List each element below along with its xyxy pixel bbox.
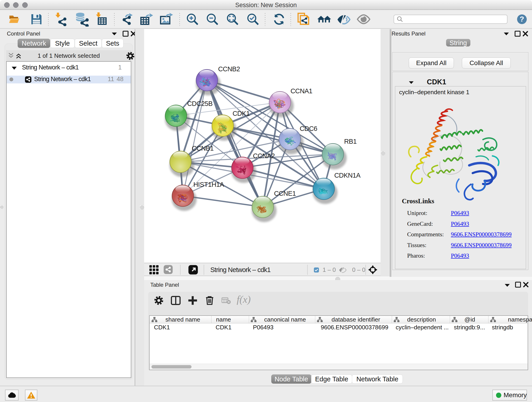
svg-text:CDKN1A: CDKN1A — [334, 172, 361, 179]
svg-text:CDC6: CDC6 — [300, 125, 317, 132]
svg-text:CCNB1: CCNB1 — [192, 145, 214, 152]
svg-text:?: ? — [520, 15, 524, 23]
svg-text:RB1: RB1 — [344, 138, 357, 145]
svg-text:CCNA2: CCNA2 — [253, 152, 275, 160]
svg-text:CCNB2: CCNB2 — [218, 65, 240, 73]
svg-text:CCNE1: CCNE1 — [274, 190, 296, 197]
svg-text:CDK1: CDK1 — [233, 110, 250, 117]
svg-text:HIST1H1A: HIST1H1A — [193, 181, 224, 188]
svg-text:CCNA1: CCNA1 — [291, 87, 312, 95]
svg-text:CDC25B: CDC25B — [187, 100, 213, 107]
